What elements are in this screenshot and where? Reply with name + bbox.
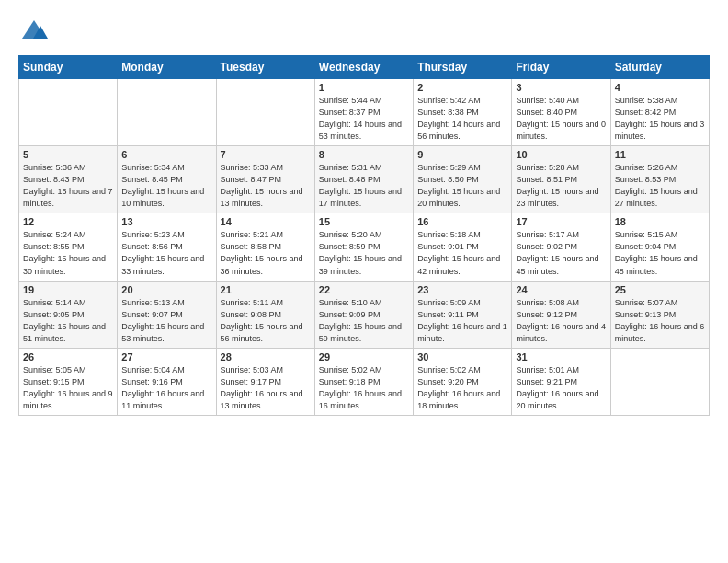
calendar-cell: 9Sunrise: 5:29 AM Sunset: 8:50 PM Daylig…: [414, 146, 512, 213]
day-info: Sunrise: 5:36 AM Sunset: 8:43 PM Dayligh…: [23, 162, 113, 210]
calendar-cell: 31Sunrise: 5:01 AM Sunset: 9:21 PM Dayli…: [512, 348, 610, 415]
day-number: 17: [516, 216, 606, 227]
calendar-week-row: 12Sunrise: 5:24 AM Sunset: 8:55 PM Dayli…: [19, 213, 710, 281]
calendar-cell: 7Sunrise: 5:33 AM Sunset: 8:47 PM Daylig…: [216, 146, 314, 213]
day-number: 9: [417, 149, 507, 160]
day-number: 27: [121, 351, 211, 362]
calendar-cell: [216, 79, 314, 146]
calendar-cell: [118, 79, 216, 146]
day-number: 7: [221, 149, 311, 160]
calendar-week-row: 19Sunrise: 5:14 AM Sunset: 9:05 PM Dayli…: [19, 281, 710, 348]
calendar-cell: 30Sunrise: 5:02 AM Sunset: 9:20 PM Dayli…: [414, 348, 512, 415]
day-info: Sunrise: 5:15 AM Sunset: 9:04 PM Dayligh…: [615, 229, 705, 277]
day-number: 22: [319, 284, 409, 295]
day-number: 26: [23, 351, 113, 362]
day-number: 20: [121, 284, 211, 295]
calendar-cell: 28Sunrise: 5:03 AM Sunset: 9:17 PM Dayli…: [216, 348, 314, 415]
calendar-cell: 11Sunrise: 5:26 AM Sunset: 8:53 PM Dayli…: [610, 146, 709, 213]
logo: [18, 18, 48, 44]
calendar-cell: 20Sunrise: 5:13 AM Sunset: 9:07 PM Dayli…: [118, 281, 216, 348]
calendar-cell: 16Sunrise: 5:18 AM Sunset: 9:01 PM Dayli…: [414, 213, 512, 281]
day-number: 31: [516, 351, 606, 362]
header: [18, 18, 710, 44]
day-number: 23: [417, 284, 507, 295]
day-number: 16: [417, 216, 507, 227]
calendar-cell: 25Sunrise: 5:07 AM Sunset: 9:13 PM Dayli…: [610, 281, 709, 348]
calendar-week-row: 5Sunrise: 5:36 AM Sunset: 8:43 PM Daylig…: [19, 146, 710, 213]
day-number: 19: [23, 284, 113, 295]
day-number: 10: [516, 149, 606, 160]
day-number: 11: [615, 149, 705, 160]
logo-icon: [20, 18, 48, 44]
day-info: Sunrise: 5:10 AM Sunset: 9:09 PM Dayligh…: [319, 297, 409, 345]
day-info: Sunrise: 5:31 AM Sunset: 8:48 PM Dayligh…: [319, 162, 409, 210]
day-info: Sunrise: 5:17 AM Sunset: 9:02 PM Dayligh…: [516, 229, 606, 277]
day-info: Sunrise: 5:28 AM Sunset: 8:51 PM Dayligh…: [516, 162, 606, 210]
calendar-cell: [610, 348, 709, 415]
calendar-cell: 13Sunrise: 5:23 AM Sunset: 8:56 PM Dayli…: [118, 213, 216, 281]
day-info: Sunrise: 5:14 AM Sunset: 9:05 PM Dayligh…: [23, 297, 113, 345]
calendar-cell: 12Sunrise: 5:24 AM Sunset: 8:55 PM Dayli…: [19, 213, 118, 281]
calendar-cell: 5Sunrise: 5:36 AM Sunset: 8:43 PM Daylig…: [19, 146, 118, 213]
day-number: 4: [615, 82, 705, 93]
day-info: Sunrise: 5:13 AM Sunset: 9:07 PM Dayligh…: [121, 297, 211, 345]
calendar-day-header: Wednesday: [314, 56, 413, 79]
calendar-cell: [19, 79, 118, 146]
calendar-cell: 15Sunrise: 5:20 AM Sunset: 8:59 PM Dayli…: [314, 213, 413, 281]
calendar-cell: 10Sunrise: 5:28 AM Sunset: 8:51 PM Dayli…: [512, 146, 610, 213]
calendar-cell: 1Sunrise: 5:44 AM Sunset: 8:37 PM Daylig…: [314, 79, 413, 146]
calendar-cell: 18Sunrise: 5:15 AM Sunset: 9:04 PM Dayli…: [610, 213, 709, 281]
calendar-cell: 6Sunrise: 5:34 AM Sunset: 8:45 PM Daylig…: [118, 146, 216, 213]
day-info: Sunrise: 5:05 AM Sunset: 9:15 PM Dayligh…: [23, 364, 113, 412]
calendar-cell: 26Sunrise: 5:05 AM Sunset: 9:15 PM Dayli…: [19, 348, 118, 415]
day-info: Sunrise: 5:34 AM Sunset: 8:45 PM Dayligh…: [121, 162, 211, 210]
day-info: Sunrise: 5:44 AM Sunset: 8:37 PM Dayligh…: [319, 95, 409, 143]
calendar-day-header: Saturday: [610, 56, 709, 79]
day-number: 6: [121, 149, 211, 160]
day-number: 30: [417, 351, 507, 362]
day-info: Sunrise: 5:26 AM Sunset: 8:53 PM Dayligh…: [615, 162, 705, 210]
calendar-cell: 23Sunrise: 5:09 AM Sunset: 9:11 PM Dayli…: [414, 281, 512, 348]
day-info: Sunrise: 5:29 AM Sunset: 8:50 PM Dayligh…: [417, 162, 507, 210]
day-info: Sunrise: 5:18 AM Sunset: 9:01 PM Dayligh…: [417, 229, 507, 277]
day-number: 18: [615, 216, 705, 227]
calendar-cell: 2Sunrise: 5:42 AM Sunset: 8:38 PM Daylig…: [414, 79, 512, 146]
day-number: 24: [516, 284, 606, 295]
day-info: Sunrise: 5:40 AM Sunset: 8:40 PM Dayligh…: [516, 95, 606, 143]
calendar-cell: 14Sunrise: 5:21 AM Sunset: 8:58 PM Dayli…: [216, 213, 314, 281]
calendar-cell: 4Sunrise: 5:38 AM Sunset: 8:42 PM Daylig…: [610, 79, 709, 146]
calendar-cell: 3Sunrise: 5:40 AM Sunset: 8:40 PM Daylig…: [512, 79, 610, 146]
day-number: 28: [221, 351, 311, 362]
page: SundayMondayTuesdayWednesdayThursdayFrid…: [0, 0, 728, 425]
calendar-header-row: SundayMondayTuesdayWednesdayThursdayFrid…: [19, 56, 710, 79]
day-number: 5: [23, 149, 113, 160]
calendar-cell: 22Sunrise: 5:10 AM Sunset: 9:09 PM Dayli…: [314, 281, 413, 348]
day-number: 15: [319, 216, 409, 227]
day-number: 1: [319, 82, 409, 93]
day-info: Sunrise: 5:09 AM Sunset: 9:11 PM Dayligh…: [417, 297, 507, 345]
calendar-cell: 27Sunrise: 5:04 AM Sunset: 9:16 PM Dayli…: [118, 348, 216, 415]
day-info: Sunrise: 5:07 AM Sunset: 9:13 PM Dayligh…: [615, 297, 705, 345]
day-info: Sunrise: 5:20 AM Sunset: 8:59 PM Dayligh…: [319, 229, 409, 277]
day-number: 29: [319, 351, 409, 362]
day-info: Sunrise: 5:33 AM Sunset: 8:47 PM Dayligh…: [221, 162, 311, 210]
day-info: Sunrise: 5:11 AM Sunset: 9:08 PM Dayligh…: [221, 297, 311, 345]
day-number: 13: [121, 216, 211, 227]
calendar-cell: 8Sunrise: 5:31 AM Sunset: 8:48 PM Daylig…: [314, 146, 413, 213]
calendar-cell: 24Sunrise: 5:08 AM Sunset: 9:12 PM Dayli…: [512, 281, 610, 348]
day-info: Sunrise: 5:24 AM Sunset: 8:55 PM Dayligh…: [23, 229, 113, 277]
calendar-cell: 19Sunrise: 5:14 AM Sunset: 9:05 PM Dayli…: [19, 281, 118, 348]
calendar-day-header: Monday: [118, 56, 216, 79]
day-info: Sunrise: 5:02 AM Sunset: 9:20 PM Dayligh…: [417, 364, 507, 412]
day-info: Sunrise: 5:08 AM Sunset: 9:12 PM Dayligh…: [516, 297, 606, 345]
day-info: Sunrise: 5:42 AM Sunset: 8:38 PM Dayligh…: [417, 95, 507, 143]
calendar-day-header: Friday: [512, 56, 610, 79]
day-info: Sunrise: 5:02 AM Sunset: 9:18 PM Dayligh…: [319, 364, 409, 412]
day-number: 21: [221, 284, 311, 295]
calendar-cell: 21Sunrise: 5:11 AM Sunset: 9:08 PM Dayli…: [216, 281, 314, 348]
day-number: 25: [615, 284, 705, 295]
calendar-table: SundayMondayTuesdayWednesdayThursdayFrid…: [18, 55, 710, 416]
day-number: 12: [23, 216, 113, 227]
calendar-cell: 17Sunrise: 5:17 AM Sunset: 9:02 PM Dayli…: [512, 213, 610, 281]
calendar-week-row: 26Sunrise: 5:05 AM Sunset: 9:15 PM Dayli…: [19, 348, 710, 415]
